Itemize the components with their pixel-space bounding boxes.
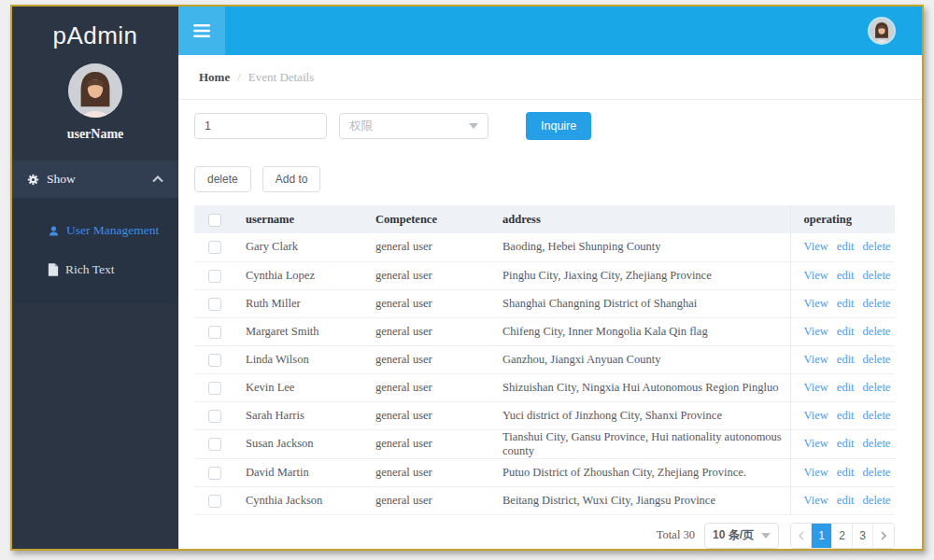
sidebar-toggle-button[interactable]	[178, 7, 225, 55]
table-row: Susan Jackson general user Tianshui City…	[194, 429, 895, 458]
cell-username: Cynthia Jackson	[235, 486, 365, 514]
edit-link[interactable]: edit	[837, 297, 855, 310]
user-icon	[48, 225, 60, 237]
add-to-button[interactable]: Add to	[262, 166, 321, 192]
view-link[interactable]: View	[804, 269, 828, 282]
edit-link[interactable]: edit	[837, 409, 855, 422]
table-row: Gary Clark general user Baoding, Hebei S…	[194, 233, 895, 261]
edit-link[interactable]: edit	[837, 353, 855, 366]
row-checkbox[interactable]	[208, 382, 221, 395]
view-link[interactable]: View	[804, 409, 828, 422]
prev-page-button[interactable]	[791, 524, 812, 548]
app-window: pAdmin userName	[10, 5, 924, 551]
table-row: Ruth Miller general user Shanghai Changn…	[194, 289, 895, 317]
delete-link[interactable]: delete	[863, 269, 891, 282]
row-checkbox[interactable]	[208, 270, 221, 283]
delete-link[interactable]: delete	[863, 353, 891, 366]
cell-competence: general user	[365, 458, 492, 486]
chevron-down-icon	[469, 123, 478, 129]
cell-competence: general user	[365, 345, 492, 373]
view-link[interactable]: View	[804, 466, 828, 479]
delete-link[interactable]: delete	[863, 240, 891, 253]
delete-button[interactable]: delete	[194, 166, 251, 192]
page-size-select[interactable]: 10 条/页	[704, 523, 779, 549]
row-checkbox[interactable]	[208, 298, 221, 311]
delete-link[interactable]: delete	[863, 437, 891, 450]
cell-username: Gary Clark	[235, 233, 365, 261]
pagination: Total 30 10 条/页 1 2 3	[194, 523, 895, 549]
sidebar-username: userName	[12, 127, 178, 142]
sidebar-item-label: Show	[47, 172, 76, 187]
sidebar: pAdmin userName	[12, 7, 178, 549]
gear-icon	[27, 174, 39, 186]
keyword-input[interactable]	[194, 113, 327, 139]
edit-link[interactable]: edit	[837, 381, 855, 394]
delete-link[interactable]: delete	[863, 297, 891, 310]
delete-link[interactable]: delete	[863, 409, 891, 422]
view-link[interactable]: View	[804, 297, 828, 310]
document-icon	[48, 263, 59, 276]
row-checkbox[interactable]	[208, 410, 221, 423]
pager: 1 2 3	[790, 523, 895, 549]
sidebar-item-show[interactable]: Show	[12, 161, 178, 198]
delete-link[interactable]: delete	[863, 381, 891, 394]
chevron-down-icon	[761, 533, 771, 539]
row-checkbox[interactable]	[208, 326, 221, 339]
chevron-left-icon	[798, 531, 805, 540]
breadcrumb-home[interactable]: Home	[199, 70, 230, 85]
sidebar-item-rich-text[interactable]: Rich Text	[12, 250, 178, 289]
content: 权限 Inquire delete Add to username Compet…	[178, 100, 922, 549]
delete-link[interactable]: delete	[863, 325, 891, 338]
cell-address: Putuo District of Zhoushan City, Zhejian…	[492, 458, 790, 486]
page-button-2[interactable]: 2	[832, 524, 853, 548]
row-checkbox[interactable]	[208, 495, 221, 508]
role-select-placeholder: 权限	[349, 119, 469, 134]
view-link[interactable]: View	[804, 325, 828, 338]
sidebar-item-user-management[interactable]: User Management	[12, 211, 178, 250]
delete-link[interactable]: delete	[863, 466, 891, 479]
page-button-3[interactable]: 3	[853, 524, 873, 548]
view-link[interactable]: View	[804, 437, 828, 450]
table-row: Cynthia Jackson general user Beitang Dis…	[194, 486, 895, 514]
table-row: Linda Wilson general user Ganzhou, Jiang…	[194, 345, 895, 373]
sidebar-avatar	[68, 63, 122, 118]
cell-address: Pinghu City, Jiaxing City, Zhejiang Prov…	[492, 261, 790, 289]
row-checkbox[interactable]	[208, 354, 221, 367]
action-row: delete Add to	[194, 166, 898, 192]
delete-link[interactable]: delete	[863, 494, 891, 507]
edit-link[interactable]: edit	[837, 494, 855, 507]
avatar-image	[870, 19, 894, 43]
cell-username: David Martin	[235, 458, 365, 486]
view-link[interactable]: View	[804, 494, 828, 507]
view-link[interactable]: View	[804, 240, 828, 253]
edit-link[interactable]: edit	[837, 466, 855, 479]
next-page-button[interactable]	[873, 524, 894, 548]
sidebar-submenu: User Management Rich Text	[12, 198, 178, 304]
row-checkbox[interactable]	[208, 241, 221, 254]
cell-username: Cynthia Lopez	[235, 261, 365, 289]
view-link[interactable]: View	[804, 353, 828, 366]
edit-link[interactable]: edit	[837, 269, 855, 282]
role-select[interactable]: 权限	[339, 113, 488, 139]
edit-link[interactable]: edit	[837, 437, 855, 450]
select-all-checkbox[interactable]	[208, 214, 221, 227]
topbar	[178, 7, 922, 55]
cell-address: Beitang District, Wuxi City, Jiangsu Pro…	[492, 486, 790, 514]
row-checkbox[interactable]	[208, 438, 221, 451]
breadcrumb: Home / Event Details	[178, 55, 922, 100]
edit-link[interactable]: edit	[837, 325, 855, 338]
page-button-1[interactable]: 1	[812, 524, 832, 548]
breadcrumb-current: Event Details	[248, 70, 314, 85]
row-checkbox[interactable]	[208, 467, 221, 480]
column-header-address: address	[492, 205, 790, 233]
topbar-avatar[interactable]	[868, 17, 896, 45]
sidebar-item-label: Rich Text	[65, 262, 114, 277]
view-link[interactable]: View	[804, 381, 828, 394]
inquire-button[interactable]: Inquire	[526, 112, 591, 140]
table-row: Cynthia Lopez general user Pinghu City, …	[194, 261, 895, 289]
edit-link[interactable]: edit	[837, 240, 855, 253]
cell-username: Ruth Miller	[235, 289, 365, 317]
sidebar-menu: Show User Management	[12, 161, 178, 304]
cell-competence: general user	[365, 401, 492, 429]
cell-address: Chifeng City, Inner Mongolia Kala Qin fl…	[492, 317, 790, 345]
